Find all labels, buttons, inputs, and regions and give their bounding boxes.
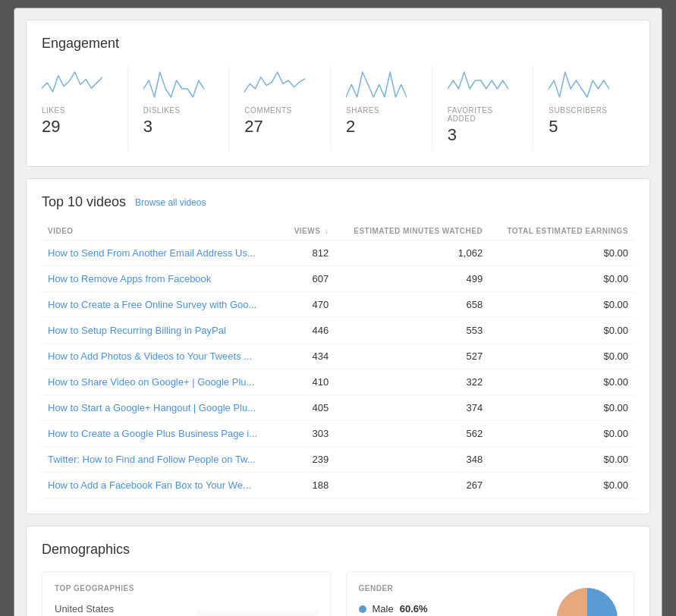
- gender-dot-male: [359, 605, 366, 613]
- sparkline-likes: [42, 71, 112, 102]
- engagement-card: Engagement LIKES 29 DISLIKES 3 COMMENTS …: [26, 20, 650, 167]
- sparkline-favorites: [448, 71, 518, 102]
- video-link[interactable]: How to Create a Google Plus Business Pag…: [48, 428, 257, 439]
- video-link[interactable]: How to Setup Recurring Billing in PayPal: [48, 325, 226, 336]
- geo-list: United StatesUnited KingdomIndiaCanadaAu…: [55, 603, 125, 616]
- views-cell: 812: [284, 240, 335, 266]
- video-title-cell: How to Add Photos & Videos to Your Tweet…: [42, 344, 284, 369]
- minutes-cell: 499: [335, 266, 489, 292]
- minutes-cell: 658: [335, 292, 489, 318]
- earnings-cell: $0.00: [489, 473, 634, 498]
- earnings-cell: $0.00: [489, 292, 634, 318]
- top-videos-header: Top 10 videos Browse all videos: [42, 194, 634, 210]
- geo-label: TOP GEOGRAPHIES: [55, 584, 318, 592]
- views-cell: 607: [284, 266, 335, 292]
- top-videos-card: Top 10 videos Browse all videos VIDEO VI…: [26, 178, 650, 514]
- views-cell: 410: [284, 369, 335, 395]
- top-videos-title: Top 10 videos: [42, 194, 126, 210]
- col-video: VIDEO: [42, 222, 284, 240]
- minutes-cell: 322: [335, 369, 489, 395]
- video-link[interactable]: How to Add a Facebook Fan Box to Your We…: [48, 479, 251, 491]
- demographics-body: TOP GEOGRAPHIES United StatesUnited King…: [42, 571, 634, 616]
- gender-items: Male 60.6% Female 39.4%: [359, 603, 554, 616]
- gender-name: Male: [373, 603, 394, 614]
- table-row: How to Send From Another Email Address U…: [42, 240, 634, 266]
- video-title-cell: Twitter: How to Find and Follow People o…: [42, 447, 284, 473]
- earnings-cell: $0.00: [489, 421, 634, 447]
- minutes-cell: 267: [335, 473, 489, 498]
- minutes-cell: 374: [335, 395, 489, 421]
- table-row: How to Add Photos & Videos to Your Tweet…: [42, 344, 634, 369]
- video-title-cell: How to Create a Free Online Survey with …: [42, 292, 284, 318]
- sparkline-shares: [346, 71, 417, 102]
- earnings-cell: $0.00: [489, 447, 634, 473]
- video-title-cell: How to Remove Apps from Facebook: [42, 266, 284, 292]
- map-area: [197, 603, 318, 616]
- earnings-cell: $0.00: [489, 318, 634, 344]
- video-title-cell: How to Create a Google Plus Business Pag…: [42, 421, 284, 447]
- metric-value-subscribers: 5: [549, 117, 619, 137]
- metric-label-dislikes: DISLIKES: [143, 106, 214, 115]
- table-row: How to Remove Apps from Facebook 607 499…: [42, 266, 634, 292]
- views-cell: 446: [284, 318, 335, 344]
- metric-dislikes: DISLIKES 3: [143, 65, 230, 151]
- table-row: How to Create a Google Plus Business Pag…: [42, 421, 634, 447]
- demographics-card: Demographics TOP GEOGRAPHIES United Stat…: [26, 526, 650, 616]
- minutes-cell: 527: [335, 344, 489, 369]
- videos-table: VIDEO VIEWS ↓ ESTIMATED MINUTES WATCHED …: [42, 222, 634, 498]
- video-title-cell: How to Start a Google+ Hangout | Google …: [42, 395, 284, 421]
- minutes-cell: 562: [335, 421, 489, 447]
- col-earnings: TOTAL ESTIMATED EARNINGS: [489, 222, 634, 240]
- metric-label-shares: SHARES: [346, 106, 417, 115]
- video-title-cell: How to Setup Recurring Billing in PayPal: [42, 318, 284, 344]
- browse-all-link[interactable]: Browse all videos: [135, 197, 206, 208]
- sparkline-subscribers: [549, 71, 619, 102]
- earnings-cell: $0.00: [489, 240, 634, 266]
- table-header-row: VIDEO VIEWS ↓ ESTIMATED MINUTES WATCHED …: [42, 222, 634, 240]
- gender-item-male: Male 60.6%: [359, 603, 554, 614]
- video-link[interactable]: How to Create a Free Online Survey with …: [48, 299, 256, 310]
- video-link[interactable]: Twitter: How to Find and Follow People o…: [48, 454, 256, 465]
- gender-pct: 60.6%: [400, 603, 428, 614]
- views-cell: 434: [284, 344, 335, 369]
- dashboard-container: Engagement LIKES 29 DISLIKES 3 COMMENTS …: [14, 8, 662, 616]
- views-cell: 405: [284, 395, 335, 421]
- table-row: How to Add a Facebook Fan Box to Your We…: [42, 473, 634, 498]
- earnings-cell: $0.00: [489, 395, 634, 421]
- metric-subscribers: SUBSCRIBERS 5: [549, 65, 634, 151]
- video-link[interactable]: How to Send From Another Email Address U…: [48, 247, 256, 259]
- table-row: How to Setup Recurring Billing in PayPal…: [42, 318, 634, 344]
- views-cell: 470: [284, 292, 335, 318]
- table-row: How to Share Video on Google+ | Google P…: [42, 369, 634, 395]
- views-cell: 239: [284, 447, 335, 473]
- sparkline-comments: [244, 71, 315, 102]
- gender-legend: GENDER Male 60.6% Female 39.4%: [359, 584, 554, 616]
- demographics-title: Demographics: [42, 542, 634, 558]
- earnings-cell: $0.00: [489, 344, 634, 369]
- sparkline-dislikes: [143, 71, 214, 102]
- metric-value-likes: 29: [42, 117, 112, 137]
- metric-value-dislikes: 3: [143, 117, 214, 137]
- col-views: VIEWS ↓: [284, 222, 335, 240]
- metric-label-comments: COMMENTS: [244, 106, 315, 115]
- minutes-cell: 348: [335, 447, 489, 473]
- video-link[interactable]: How to Share Video on Google+ | Google P…: [48, 376, 254, 388]
- video-link[interactable]: How to Add Photos & Videos to Your Tweet…: [48, 350, 252, 362]
- table-row: Twitter: How to Find and Follow People o…: [42, 447, 634, 473]
- video-title-cell: How to Share Video on Google+ | Google P…: [42, 369, 284, 395]
- metric-label-subscribers: SUBSCRIBERS: [549, 106, 619, 115]
- gender-label: GENDER: [359, 584, 554, 592]
- table-row: How to Create a Free Online Survey with …: [42, 292, 634, 318]
- video-title-cell: How to Send From Another Email Address U…: [42, 240, 284, 266]
- metric-favorites: FAVORITES ADDED 3: [448, 65, 534, 151]
- video-link[interactable]: How to Start a Google+ Hangout | Google …: [48, 402, 256, 413]
- metric-label-favorites: FAVORITES ADDED: [448, 106, 518, 123]
- table-row: How to Start a Google+ Hangout | Google …: [42, 395, 634, 421]
- video-title-cell: How to Add a Facebook Fan Box to Your We…: [42, 473, 284, 498]
- earnings-cell: $0.00: [489, 266, 634, 292]
- engagement-title: Engagement: [42, 36, 634, 52]
- metrics-row: LIKES 29 DISLIKES 3 COMMENTS 27 SHARES 2…: [42, 65, 634, 151]
- metric-shares: SHARES 2: [346, 65, 432, 151]
- video-link[interactable]: How to Remove Apps from Facebook: [48, 273, 211, 284]
- col-minutes: ESTIMATED MINUTES WATCHED: [335, 222, 489, 240]
